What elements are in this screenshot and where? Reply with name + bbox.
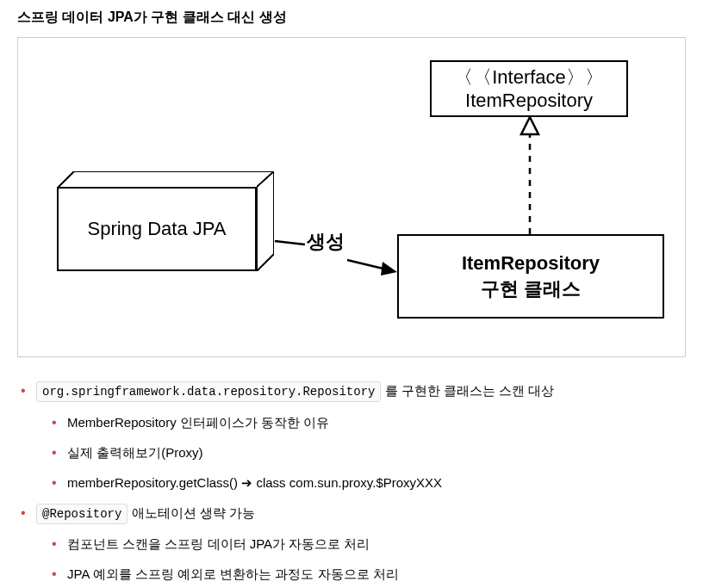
create-label: 생성 — [307, 229, 345, 255]
list-item: 실제 출력해보기(Proxy) — [48, 443, 686, 461]
interface-name-label: ItemRepository — [465, 89, 593, 113]
spring-data-jpa-box: Spring Data JPA — [57, 171, 274, 271]
impl-line2: 구현 클래스 — [481, 276, 581, 302]
svg-marker-6 — [381, 262, 397, 275]
list-item: MemberRepository 인터페이스가 동작한 이유 — [48, 413, 686, 431]
list-item: 컴포넌트 스캔을 스프링 데이터 JPA가 자동으로 처리 — [48, 535, 686, 553]
list-item-text: 애노테이션 생략 가능 — [128, 505, 255, 520]
code-repository-fqn: org.springframework.data.repository.Repo… — [36, 381, 381, 402]
interface-stereotype: 〈〈Interface〉〉 — [454, 65, 604, 90]
spring-data-jpa-label: Spring Data JPA — [87, 218, 226, 240]
svg-marker-0 — [57, 171, 274, 189]
cuboid-side-face — [257, 171, 274, 271]
bullet-list: org.springframework.data.repository.Repo… — [17, 381, 686, 583]
diagram-frame: 〈〈Interface〉〉 ItemRepository Spring Data… — [17, 37, 686, 357]
list-item: memberRepository.getClass() ➔ class com.… — [48, 473, 686, 492]
impl-line1: ItemRepository — [462, 251, 600, 276]
cuboid-front-face: Spring Data JPA — [57, 187, 257, 271]
list-item: JPA 예외를 스프링 예외로 변환하는 과정도 자동으로 처리 — [48, 565, 686, 583]
list-item: @Repository 애노테이션 생략 가능 컴포넌트 스캔을 스프링 데이터… — [17, 504, 686, 584]
code-repository-annotation: @Repository — [36, 504, 128, 524]
cuboid-top-face — [57, 171, 274, 189]
interface-box: 〈〈Interface〉〉 ItemRepository — [430, 60, 628, 117]
impl-class-box: ItemRepository 구현 클래스 — [397, 234, 664, 319]
svg-marker-1 — [257, 171, 274, 271]
svg-line-5 — [347, 260, 390, 270]
svg-marker-3 — [521, 117, 538, 134]
svg-line-4 — [275, 241, 305, 244]
list-item: org.springframework.data.repository.Repo… — [17, 381, 686, 492]
page-title: 스프링 데이터 JPA가 구현 클래스 대신 생성 — [17, 9, 686, 27]
list-item-text: 를 구현한 클래스는 스캔 대상 — [381, 383, 554, 398]
